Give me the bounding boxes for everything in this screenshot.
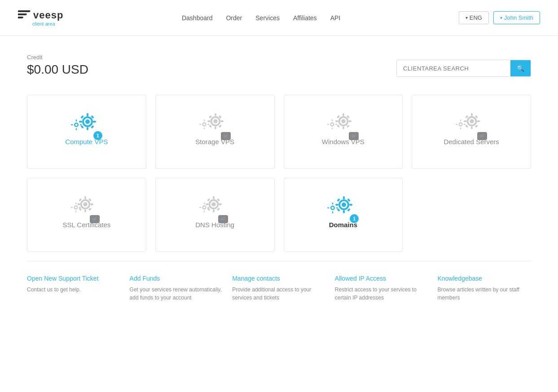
storage-vps-cart-icon: 🛒: [221, 132, 231, 140]
svg-rect-30: [207, 124, 209, 125]
knowledgebase-link[interactable]: Knowledgebase: [437, 275, 531, 282]
svg-rect-7: [80, 115, 84, 119]
gear-small-ssl-icon: [71, 203, 81, 212]
contacts-desc: Provide additional access to your servic…: [232, 286, 326, 302]
svg-rect-29: [199, 124, 201, 125]
card-windows-vps[interactable]: 🛒 Windows VPS: [284, 95, 403, 169]
nav-order[interactable]: Order: [226, 14, 242, 22]
svg-rect-58: [464, 124, 466, 125]
domains-badge: 1: [350, 214, 359, 223]
gear-small-gray3-icon: [456, 119, 466, 129]
card-ssl-certificates[interactable]: 🛒 SSL Certificates: [27, 178, 146, 252]
svg-rect-55: [460, 119, 461, 121]
footer-col-funds: Add Funds Get your services renew automa…: [130, 275, 224, 302]
svg-rect-27: [203, 119, 204, 121]
svg-rect-99: [327, 207, 329, 209]
svg-rect-77: [207, 198, 210, 201]
svg-point-68: [75, 207, 77, 209]
top-bar: Credit $0.00 USD 🔍: [27, 54, 531, 77]
svg-rect-13: [76, 119, 77, 121]
card-dns-hosting[interactable]: 🛒 DNS Hosting: [155, 178, 275, 252]
svg-rect-91: [337, 198, 340, 202]
svg-rect-21: [209, 115, 212, 118]
kb-desc: Browse articles written by our staff mem…: [437, 286, 531, 302]
card-domains[interactable]: 1 Domains: [284, 178, 403, 252]
card-compute-vps[interactable]: 1 Compute VPS: [27, 95, 146, 169]
svg-rect-92: [347, 208, 351, 212]
logo-text: veesp: [33, 9, 63, 21]
svg-rect-2: [18, 17, 23, 18]
chevron-down-icon: ▾: [466, 15, 468, 20]
compute-vps-label: Compute VPS: [65, 138, 108, 145]
nav-affiliates[interactable]: Affiliates: [293, 14, 317, 22]
nav-services[interactable]: Services: [255, 14, 280, 22]
svg-point-26: [203, 123, 205, 126]
svg-rect-86: [207, 207, 209, 208]
svg-rect-17: [215, 113, 216, 116]
svg-rect-97: [332, 203, 334, 204]
support-desc: Contact us to get help.: [27, 286, 121, 294]
card-dedicated-servers[interactable]: 🛒 Dedicated Servers: [412, 95, 531, 169]
svg-rect-60: [84, 209, 86, 212]
footer-col-kb: Knowledgebase Browse articles written by…: [437, 275, 531, 302]
nav-api[interactable]: API: [330, 14, 341, 22]
search-button[interactable]: 🔍: [510, 60, 531, 76]
ip-desc: Restrict access to your services to cert…: [335, 286, 429, 302]
svg-rect-64: [88, 207, 92, 211]
dns-icon: 🛒: [199, 196, 231, 221]
allowed-ip-link[interactable]: Allowed IP Access: [335, 275, 429, 282]
language-button[interactable]: ▾ ENG: [459, 11, 489, 24]
svg-rect-48: [477, 120, 480, 122]
svg-rect-63: [79, 198, 82, 201]
card-storage-vps[interactable]: 🛒 Storage VPS: [155, 95, 275, 169]
domains-icon: 1: [327, 196, 359, 221]
gear-large-gray3-icon: [464, 113, 480, 129]
windows-vps-cart-icon: 🛒: [349, 132, 359, 140]
svg-rect-87: [343, 196, 345, 199]
svg-rect-76: [219, 203, 222, 205]
svg-rect-31: [343, 113, 344, 116]
footer-col-support: Open New Support Ticket Contact us to ge…: [27, 275, 121, 302]
user-menu-button[interactable]: ▾ John Smith: [493, 11, 540, 24]
credit-label: Credit: [27, 54, 88, 61]
svg-rect-0: [18, 10, 31, 12]
chevron-down-icon: ▾: [500, 15, 502, 20]
svg-point-96: [332, 207, 334, 209]
ssl-label: SSL Certificates: [62, 221, 110, 229]
svg-rect-32: [343, 126, 344, 129]
svg-rect-49: [465, 115, 468, 118]
svg-rect-14: [76, 128, 77, 130]
add-funds-link[interactable]: Add Funds: [130, 275, 224, 282]
svg-rect-88: [343, 210, 345, 213]
svg-rect-70: [75, 211, 76, 212]
nav: Dashboard Order Services Affiliates API: [182, 14, 340, 22]
svg-rect-46: [471, 126, 473, 129]
manage-contacts-link[interactable]: Manage contacts: [232, 275, 326, 282]
dedicated-servers-icon: 🛒: [456, 113, 487, 138]
svg-rect-62: [90, 203, 93, 205]
lang-label: ENG: [470, 14, 482, 21]
svg-rect-37: [337, 124, 340, 128]
search-box: 🔍: [396, 60, 531, 77]
svg-rect-90: [349, 204, 352, 206]
svg-rect-56: [460, 128, 461, 129]
logo-icon: [18, 10, 31, 20]
svg-point-40: [331, 123, 334, 126]
search-input[interactable]: [397, 61, 510, 76]
svg-rect-98: [332, 211, 334, 213]
gear-small-gray-icon: [199, 119, 209, 129]
storage-vps-icon: 🛒: [199, 113, 231, 138]
svg-point-54: [460, 123, 462, 126]
svg-rect-8: [91, 125, 94, 129]
footer-col-ip: Allowed IP Access Restrict access to you…: [335, 275, 429, 302]
header: veesp client area Dashboard Order Servic…: [0, 0, 558, 36]
gear-large-gray-icon: [207, 113, 224, 129]
footer-col-contacts: Manage contacts Provide additional acces…: [232, 275, 326, 302]
svg-rect-78: [216, 207, 220, 211]
svg-rect-59: [84, 196, 86, 199]
svg-rect-42: [332, 128, 333, 129]
user-name-label: John Smith: [504, 14, 533, 21]
main-content: Credit $0.00 USD 🔍: [0, 36, 558, 338]
nav-dashboard[interactable]: Dashboard: [182, 14, 213, 22]
open-support-link[interactable]: Open New Support Ticket: [27, 275, 121, 282]
